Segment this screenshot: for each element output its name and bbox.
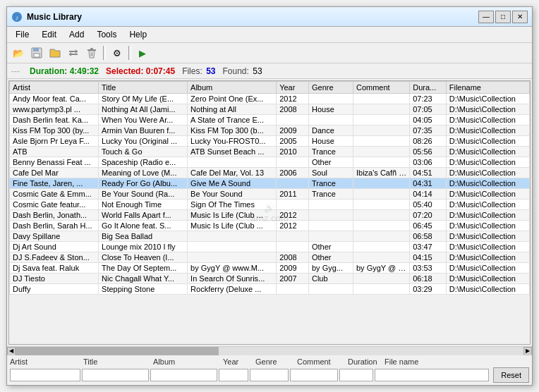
cell-genre — [308, 221, 353, 231]
save-btn[interactable] — [28, 45, 45, 61]
col-header-year[interactable]: Year — [277, 82, 309, 94]
cell-title: Stepping Stone — [99, 284, 188, 295]
menu-item-help[interactable]: Help — [123, 28, 152, 41]
scroll-track[interactable] — [16, 347, 523, 355]
menu-item-tools[interactable]: Tools — [91, 28, 122, 41]
cell-year — [277, 242, 309, 252]
col-header-duration[interactable]: Dura... — [410, 82, 447, 94]
filter-genre-input[interactable] — [250, 369, 289, 381]
settings-btn[interactable]: ⚙ — [109, 45, 126, 61]
table-row[interactable]: Benny Benassi Feat ...Spaceship (Radio e… — [10, 157, 530, 168]
table-row[interactable]: Davy SpillaneBig Sea Ballad06:58D:\Music… — [10, 231, 530, 242]
filter-filename-input[interactable] — [375, 369, 489, 381]
cell-duration: 03:06 — [410, 157, 447, 168]
cell-filename: D:\Music\Collection — [446, 210, 529, 221]
table-row[interactable]: Dj Art SoundLounge mix 2010 I flyOther03… — [10, 242, 530, 252]
table-row[interactable]: Dash Berlin feat. Ka...When You Were Ar.… — [10, 115, 530, 125]
filter-artist-input[interactable] — [10, 369, 80, 381]
cell-album: Give Me A Sound — [188, 178, 277, 189]
cell-title: Be Your Sound (Ra... — [99, 189, 188, 200]
cell-filename: D:\Music\Collection — [446, 94, 529, 104]
filter-comment-label: Comment — [297, 357, 345, 366]
filter-comment-input[interactable] — [290, 369, 338, 381]
cell-album: Sign Of The Times — [188, 200, 277, 210]
col-header-filename[interactable]: Filename — [446, 82, 529, 94]
close-button[interactable]: ✕ — [512, 11, 528, 23]
cell-filename: D:\Music\Collection — [446, 200, 529, 210]
menu-item-file[interactable]: File — [10, 28, 35, 41]
cell-genre: Club — [308, 274, 353, 284]
scroll-thumb[interactable] — [16, 347, 219, 355]
col-header-artist[interactable]: Artist — [10, 82, 99, 94]
remove-btn[interactable] — [83, 45, 100, 61]
minimize-button[interactable]: — — [478, 11, 494, 23]
cell-genre: by Gyg... — [308, 263, 353, 274]
scroll-right-btn[interactable]: ▶ — [523, 347, 532, 355]
filter-title-input[interactable] — [82, 369, 149, 381]
cell-album: Music Is Life (Club ... — [188, 221, 277, 231]
status-bar: --- Duration: 4:49:32 Selected: 0:07:45 … — [7, 63, 532, 79]
table-row[interactable]: Dash Berlin, Jonath...World Falls Apart … — [10, 210, 530, 221]
cell-filename: D:\Music\Collection — [446, 178, 529, 189]
filter-album-input[interactable] — [150, 369, 217, 381]
cell-genre — [308, 200, 353, 210]
table-row[interactable]: www.partymp3.pl ...Nothing At All (Jami.… — [10, 104, 530, 115]
table-row[interactable]: Asle Bjorn Pr Leya F...Lucky You (Origin… — [10, 136, 530, 147]
cell-comment — [353, 157, 409, 168]
cell-title: Lucky You (Original ... — [99, 136, 188, 147]
col-header-comment[interactable]: Comment — [353, 82, 409, 94]
table-row[interactable]: Cosmic Gate & Emm...Be Your Sound (Ra...… — [10, 189, 530, 200]
open-folder-btn[interactable]: 📂 — [10, 45, 27, 61]
table-row[interactable]: DuffyStepping StoneRockferry (Deluxe ...… — [10, 284, 530, 295]
toolbar: 📂 ⚙ ▶ — [7, 43, 532, 63]
table-row[interactable]: DJ TiestoNic Chagall What Y...In Search … — [10, 274, 530, 284]
main-window: ♪ Music Library — □ ✕ FileEditAddToolsHe… — [6, 6, 533, 386]
table-scroll[interactable]: Artist Title Album Year Genre Comment Du… — [9, 81, 530, 344]
filter-duration-input[interactable] — [339, 369, 373, 381]
col-header-title[interactable]: Title — [99, 82, 188, 94]
maximize-button[interactable]: □ — [495, 11, 511, 23]
cell-duration: 06:58 — [410, 231, 447, 242]
folder-btn[interactable] — [47, 45, 63, 61]
filter-year-input[interactable] — [219, 369, 248, 381]
cell-album: Music Is Life (Club ... — [188, 210, 277, 221]
cell-album: Kiss FM Top 300 (b... — [188, 125, 277, 136]
menu-item-add[interactable]: Add — [63, 28, 90, 41]
cell-year: 2012 — [277, 94, 309, 104]
horizontal-scrollbar[interactable]: ◀ ▶ — [7, 346, 532, 355]
cell-genre: Other — [308, 252, 353, 263]
play-btn[interactable]: ▶ — [134, 45, 151, 61]
cell-duration: 05:40 — [410, 200, 447, 210]
scroll-left-btn[interactable]: ◀ — [7, 347, 16, 355]
cell-year — [277, 284, 309, 295]
col-header-genre[interactable]: Genre — [308, 82, 353, 94]
table-row[interactable]: Kiss FM Top 300 (by...Armin Van Buuren f… — [10, 125, 530, 136]
table-row[interactable]: DJ S.Fadeev & Ston...Close To Heaven (I.… — [10, 252, 530, 263]
cell-filename: D:\Music\Collection — [446, 147, 529, 157]
app-icon: ♪ — [11, 11, 23, 23]
move-btn[interactable] — [65, 45, 82, 61]
table-row[interactable]: Dj Sava feat. RalukThe Day Of Septem...b… — [10, 263, 530, 274]
table-row[interactable]: Fine Taste, Jaren, ...Ready For Go (Albu… — [10, 178, 530, 189]
table-row[interactable]: ATBTouch & GoATB Sunset Beach ...2010Tra… — [10, 147, 530, 157]
cell-title: World Falls Apart f... — [99, 210, 188, 221]
cell-comment — [353, 125, 409, 136]
track-table-container: Artist Title Album Year Genre Comment Du… — [8, 80, 531, 345]
reset-button[interactable]: Reset — [493, 367, 529, 383]
table-row[interactable]: Dash Berlin, Sarah H...Go It Alone feat.… — [10, 221, 530, 231]
cell-comment — [353, 136, 409, 147]
cell-comment — [353, 274, 409, 284]
cell-album: In Search Of Sunris... — [188, 274, 277, 284]
cell-duration: 04:15 — [410, 252, 447, 263]
cell-artist: Cosmic Gate featur... — [10, 200, 99, 210]
table-row[interactable]: Cosmic Gate featur...Not Enough TimeSign… — [10, 200, 530, 210]
cell-filename: D:\Music\Collection — [446, 115, 529, 125]
table-row[interactable]: Andy Moor feat. Ca...Story Of My Life (E… — [10, 94, 530, 104]
svg-rect-9 — [90, 48, 93, 49]
menu-item-edit[interactable]: Edit — [36, 28, 62, 41]
table-row[interactable]: Cafe Del MarMeaning of Love (M...Cafe De… — [10, 168, 530, 178]
svg-rect-4 — [34, 54, 40, 57]
col-header-album[interactable]: Album — [188, 82, 277, 94]
cell-duration: 03:53 — [410, 263, 447, 274]
cell-duration: 07:20 — [410, 210, 447, 221]
